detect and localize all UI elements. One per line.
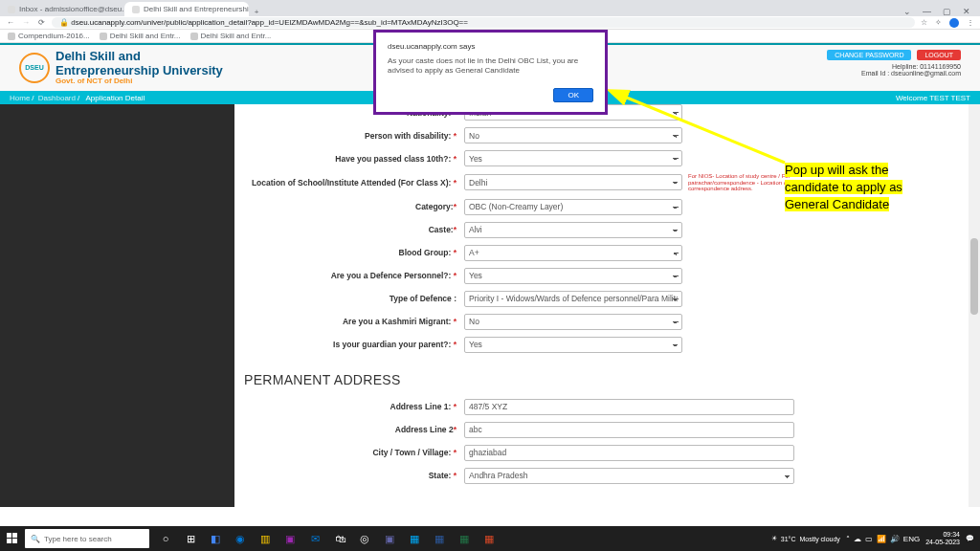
breadcrumb-dashboard[interactable]: Dashboard [38, 94, 76, 102]
url-input[interactable]: 🔒 dseu.ucanapply.com/univer/public/appli… [52, 17, 915, 28]
extensions-icon[interactable]: ✧ [935, 18, 942, 28]
browser-tab-inactive[interactable]: Inbox - admissionoffice@dseu... [0, 2, 124, 16]
profile-avatar-icon[interactable] [949, 18, 959, 28]
window-chevron-icon[interactable]: ⌄ [903, 7, 911, 16]
nav-back-icon[interactable]: ← [6, 18, 15, 27]
window-maximize-icon[interactable]: ▢ [943, 7, 951, 16]
start-button[interactable] [0, 526, 25, 551]
taskbar-excel-icon[interactable]: ▦ [452, 526, 477, 551]
favicon [8, 6, 15, 13]
kashmiri-label: Are you a Kashmiri Migrant: * [244, 317, 464, 326]
defence-select[interactable]: Yes [464, 268, 682, 284]
search-icon: 🔍 [31, 535, 40, 543]
pwd-label: Person with disability: * [244, 131, 464, 141]
taskbar-explorer-icon[interactable]: ▥ [253, 526, 278, 551]
svg-rect-4 [12, 539, 17, 543]
taskbar-search-input[interactable]: 🔍 Type here to search [25, 529, 149, 548]
guardian-label: Is your guardian your parent?: * [244, 340, 464, 349]
category-label: Category:* [244, 202, 464, 211]
tray-cloud-icon[interactable]: ☁ [854, 535, 861, 543]
logout-button[interactable]: LOGOUT [917, 50, 961, 60]
pwd-select[interactable]: No [464, 127, 682, 143]
schoolloc-label: Location of School/Institute Attended (F… [244, 178, 464, 187]
tab-title: Delhi Skill and Entrepreneurship [144, 5, 249, 13]
university-name-line1: Delhi Skill and [56, 50, 223, 63]
helpline-text: Helpline: 01141169950 [823, 63, 961, 70]
blood-select[interactable]: A+ [464, 245, 682, 261]
weather-temp: 31°C [781, 536, 796, 542]
notifications-icon[interactable]: 💬 [966, 535, 974, 542]
taskbar-chrome-icon[interactable]: ◎ [352, 526, 377, 551]
bookmark-favicon [190, 33, 198, 40]
clock-date: 24-05-2023 [925, 539, 960, 546]
browser-tab-strip: Inbox - admissionoffice@dseu... Delhi Sk… [0, 0, 980, 16]
bookmark-label: Compendium-2016... [18, 32, 90, 40]
caste-select[interactable]: Alvi [464, 222, 682, 238]
js-alert-dialog: dseu.ucanapply.com says As your caste do… [373, 30, 608, 115]
scrollbar-thumb[interactable] [970, 238, 978, 315]
kashmiri-select[interactable]: No [464, 314, 682, 330]
taskbar-clock[interactable]: 09:34 24-05-2023 [925, 531, 960, 545]
nav-reload-icon[interactable]: ⟳ [36, 18, 46, 27]
taskbar-powerpoint-icon[interactable]: ▦ [477, 526, 501, 551]
guardian-select[interactable]: Yes [464, 337, 682, 353]
bookmark-star-icon[interactable]: ☆ [921, 18, 927, 28]
state-select[interactable]: Andhra Pradesh [464, 468, 794, 484]
logo-icon: DSEU [19, 53, 50, 83]
class10-select[interactable]: Yes [464, 150, 682, 166]
window-close-icon[interactable]: ✕ [963, 7, 970, 16]
tray-lang[interactable]: ENG [903, 535, 920, 543]
taskbar-cortana-icon[interactable]: ○ [153, 526, 178, 551]
taskbar-store-icon[interactable]: 🛍 [327, 526, 352, 551]
addr1-input[interactable] [464, 399, 794, 415]
university-logo-block: DSEU Delhi Skill and Entrepreneurship Un… [19, 50, 223, 85]
windows-taskbar: 🔍 Type here to search ○ ⊞ ◧ ◉ ▥ ▣ ✉ 🛍 ◎ … [0, 526, 980, 551]
clock-time: 09:34 [925, 531, 960, 539]
change-password-button[interactable]: CHANGE PASSWORD [827, 50, 911, 60]
taskbar-edge-icon[interactable]: ◉ [228, 526, 253, 551]
caste-label: Caste:* [244, 225, 464, 234]
taskbar-outlook-icon[interactable]: ✉ [302, 526, 327, 551]
vertical-scrollbar[interactable] [969, 104, 980, 507]
bookmark-item[interactable]: Delhi Skill and Entr... [100, 32, 181, 40]
bookmark-item[interactable]: Delhi Skill and Entr... [190, 32, 272, 40]
tray-chevron-icon[interactable]: ˄ [846, 535, 850, 543]
taskbar-app-icon[interactable]: ◧ [203, 526, 228, 551]
city-label: City / Town / Village: * [244, 448, 464, 457]
bookmark-favicon [8, 33, 15, 40]
taskbar-taskview-icon[interactable]: ⊞ [178, 526, 203, 551]
tray-wifi-icon[interactable]: 📶 [877, 535, 886, 543]
category-select[interactable]: OBC (Non-Creamy Layer) [464, 199, 682, 215]
tray-volume-icon[interactable]: 🔊 [890, 535, 900, 543]
taskbar-app-icon[interactable]: ▦ [402, 526, 427, 551]
deftype-select[interactable]: Priority I - Widows/Wards of Defence per… [464, 291, 682, 307]
window-minimize-icon[interactable]: — [923, 7, 931, 16]
taskbar-app-icon[interactable]: ▣ [278, 526, 302, 551]
bookmark-label: Delhi Skill and Entr... [201, 32, 272, 40]
addr2-label: Address Line 2* [244, 425, 464, 434]
taskbar-word-icon[interactable]: ▦ [427, 526, 452, 551]
breadcrumb-home[interactable]: Home [10, 94, 30, 102]
taskbar-weather[interactable]: ☀ 31°C Mostly cloudy [771, 535, 840, 542]
browser-tab-active[interactable]: Delhi Skill and Entrepreneurship × [124, 2, 249, 16]
sidebar [0, 104, 234, 507]
schoolloc-select[interactable]: Delhi [464, 174, 682, 190]
permanent-address-heading: Permanent Address [244, 372, 959, 387]
alert-ok-button[interactable]: OK [553, 88, 593, 102]
new-tab-button[interactable]: + [249, 8, 264, 16]
tray-meet-icon[interactable]: ▭ [865, 535, 873, 543]
url-text: dseu.ucanapply.com/univer/public/applica… [71, 18, 468, 27]
addr2-input[interactable] [464, 422, 794, 438]
university-name-line2: Entrepreneurship University [56, 64, 223, 77]
welcome-user-text: Welcome TEST TEST [896, 94, 970, 102]
chrome-menu-icon[interactable]: ⋮ [967, 18, 974, 28]
search-placeholder: Type here to search [44, 535, 112, 543]
bookmark-item[interactable]: Compendium-2016... [8, 32, 90, 40]
defence-label: Are you a Defence Personnel?: * [244, 271, 464, 280]
taskbar-teams-icon[interactable]: ▣ [377, 526, 402, 551]
annotation-text: Pop up will ask the candidate to apply a… [785, 162, 909, 214]
tab-title: Inbox - admissionoffice@dseu... [19, 5, 124, 13]
bookmark-label: Delhi Skill and Entr... [110, 32, 181, 40]
city-input[interactable] [464, 445, 794, 461]
nav-forward-icon[interactable]: → [21, 18, 31, 27]
